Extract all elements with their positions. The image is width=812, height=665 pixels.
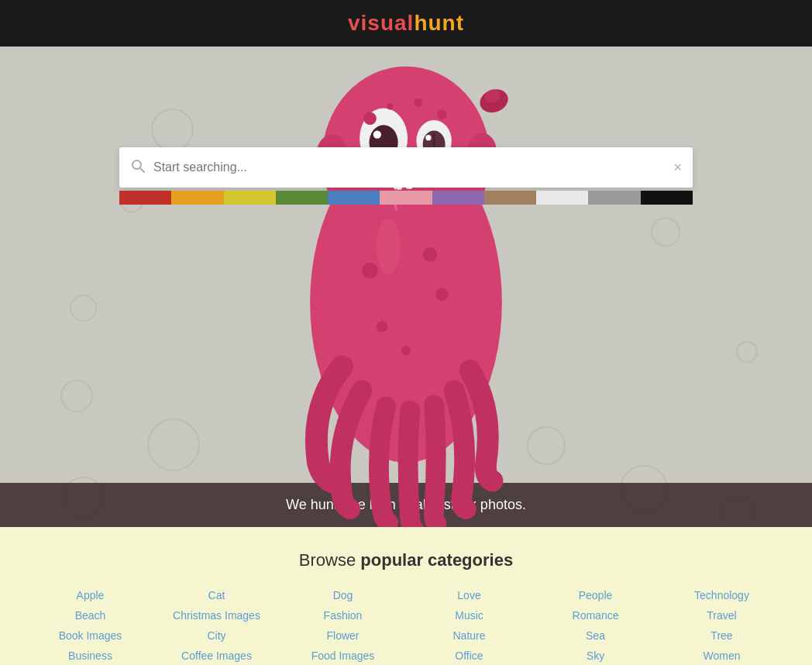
- clear-button[interactable]: ×: [673, 160, 682, 176]
- site-header: visualhunt: [0, 0, 812, 47]
- category-link-fashion[interactable]: Fashion: [324, 609, 363, 622]
- category-link-christmas-images[interactable]: Christmas Images: [173, 609, 260, 622]
- svg-point-18: [423, 247, 438, 262]
- swatch-green[interactable]: [276, 191, 328, 205]
- logo-hunt: hunt: [414, 11, 464, 35]
- svg-point-11: [363, 112, 377, 126]
- swatch-pink[interactable]: [380, 191, 432, 205]
- search-input[interactable]: [153, 160, 673, 174]
- bubble-decoration: [70, 295, 97, 322]
- category-link-nature[interactable]: Nature: [452, 629, 485, 642]
- search-area: ×: [119, 147, 693, 205]
- svg-line-26: [140, 168, 144, 172]
- category-link-food-images[interactable]: Food Images: [311, 649, 375, 662]
- svg-point-15: [362, 263, 378, 279]
- swatch-blue[interactable]: [328, 191, 380, 205]
- category-col-col2: CatChristmas ImagesCityCoffee ImagesComp…: [157, 589, 276, 665]
- category-link-city[interactable]: City: [207, 629, 225, 642]
- svg-point-16: [435, 288, 449, 301]
- svg-point-8: [425, 135, 431, 140]
- color-swatches: [119, 191, 693, 205]
- category-col-col6: TechnologyTravelTreeWomenWork: [662, 589, 781, 665]
- category-link-tree[interactable]: Tree: [710, 629, 732, 642]
- categories-grid: AppleBeachBook ImagesBusinessCarCatChris…: [31, 589, 781, 665]
- bubble-decoration: [60, 380, 93, 412]
- category-link-people[interactable]: People: [579, 589, 613, 601]
- swatch-red[interactable]: [119, 191, 171, 205]
- category-link-book-images[interactable]: Book Images: [59, 629, 122, 642]
- category-link-flower[interactable]: Flower: [326, 629, 359, 642]
- svg-point-19: [401, 346, 411, 355]
- category-link-business[interactable]: Business: [68, 649, 112, 662]
- category-link-office[interactable]: Office: [455, 649, 483, 662]
- bubble-decoration: [651, 217, 680, 246]
- bubble-decoration: [736, 341, 758, 363]
- category-link-love[interactable]: Love: [457, 589, 480, 601]
- category-link-cat[interactable]: Cat: [208, 589, 225, 601]
- search-bar: ×: [119, 147, 693, 188]
- swatch-gray[interactable]: [588, 191, 640, 205]
- category-link-romance[interactable]: Romance: [573, 609, 619, 622]
- category-link-travel[interactable]: Travel: [707, 609, 736, 622]
- swatch-yellow[interactable]: [224, 191, 276, 205]
- category-link-coffee-images[interactable]: Coffee Images: [181, 649, 252, 662]
- svg-point-13: [414, 98, 421, 106]
- svg-point-14: [387, 103, 393, 109]
- bubble-decoration: [147, 419, 200, 471]
- category-link-beach[interactable]: Beach: [75, 609, 106, 622]
- swatch-orange[interactable]: [171, 191, 223, 205]
- category-col-col4: LoveMusicNatureOfficeParty Images: [410, 589, 528, 665]
- hero-section: × We hunt free high quality stock photos…: [0, 47, 812, 527]
- site-logo[interactable]: visualhunt: [348, 11, 464, 36]
- bubble-decoration: [151, 109, 194, 151]
- swatch-white[interactable]: [536, 191, 588, 205]
- category-col-col3: DogFashionFlowerFood ImagesHappy: [284, 589, 402, 665]
- svg-point-24: [377, 219, 401, 274]
- logo-visual: visual: [348, 11, 414, 35]
- svg-point-12: [437, 110, 446, 119]
- category-link-women[interactable]: Women: [704, 649, 741, 662]
- svg-point-7: [373, 130, 381, 138]
- category-col-col5: PeopleRomanceSeaSkySnow: [536, 589, 655, 665]
- category-link-dog[interactable]: Dog: [333, 589, 353, 601]
- swatch-brown[interactable]: [484, 191, 536, 205]
- categories-title: Browse popular categories: [31, 550, 781, 570]
- category-link-sky[interactable]: Sky: [587, 649, 604, 662]
- category-link-music[interactable]: Music: [455, 609, 483, 622]
- swatch-purple[interactable]: [432, 191, 484, 205]
- swatch-black[interactable]: [641, 191, 693, 205]
- category-link-sea[interactable]: Sea: [586, 629, 605, 642]
- category-link-apple[interactable]: Apple: [77, 589, 105, 601]
- categories-section: Browse popular categories AppleBeachBook…: [0, 527, 812, 665]
- category-col-col1: AppleBeachBook ImagesBusinessCar: [31, 589, 150, 665]
- search-icon: [130, 158, 146, 177]
- svg-point-17: [377, 321, 387, 332]
- category-link-technology[interactable]: Technology: [694, 589, 749, 601]
- monster-illustration: [246, 47, 566, 527]
